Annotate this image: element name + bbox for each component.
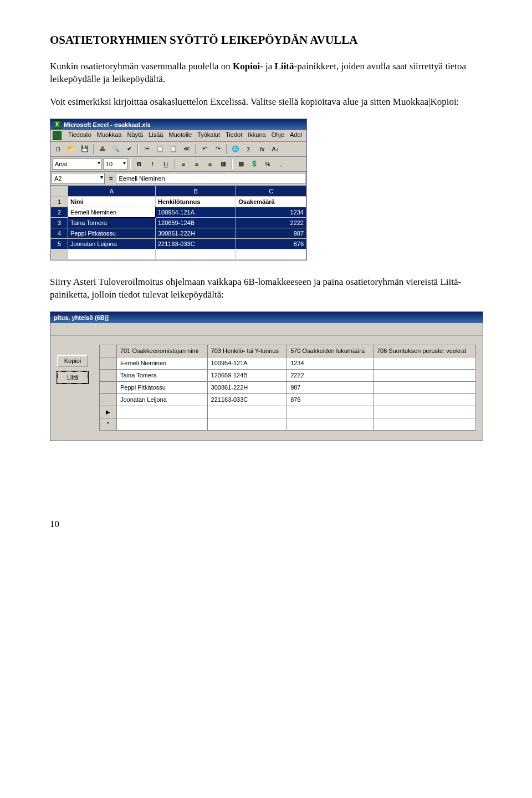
cell[interactable]: 876 [287,393,374,406]
cell[interactable] [207,418,287,430]
menu-ikkuna[interactable]: Ikkuna [248,131,265,140]
redo-icon[interactable]: ↷ [212,143,224,155]
row-header[interactable] [51,249,68,259]
align-left-icon[interactable]: ≡ [177,158,190,170]
sort-icon[interactable]: A↓ [269,143,282,155]
kopioi-button[interactable]: Kopioi [57,355,88,367]
hyperlink-icon[interactable]: 🌐 [229,143,242,155]
autosum-icon[interactable]: Σ [243,143,255,155]
table-row[interactable]: 4 Peppi Pitkätossu 300861-222H 987 [51,228,306,238]
cell[interactable]: Joonatan Leijona [68,238,156,249]
currency-icon[interactable]: 💲 [248,158,260,170]
row-header[interactable]: 4 [51,228,68,238]
cut-icon[interactable]: ✂ [141,143,153,155]
table-row[interactable]: Eemeli Nieminen 100954-121A 1234 [100,357,476,369]
cell[interactable]: 120659-124B [207,369,287,381]
cell[interactable]: 987 [287,381,374,393]
menu-muokkaa[interactable]: Muokkaa [97,131,122,140]
name-box[interactable]: A2 [52,173,105,184]
row-selector[interactable] [100,393,117,406]
cell[interactable] [373,369,475,381]
select-all-corner[interactable] [51,186,68,196]
table-row[interactable]: Peppi Pitkätossu 300861-222H 987 [100,381,476,393]
font-size-combo[interactable]: 10 [103,158,127,170]
menu-nayta[interactable]: Näytä [127,131,143,140]
cell[interactable]: 100954-121A [155,207,236,217]
table-row[interactable]: Taina Tomera 120659-124B 2222 [100,369,476,381]
italic-icon[interactable]: I [146,158,158,170]
align-right-icon[interactable]: ≡ [204,158,216,170]
cell[interactable]: 221163-033C [207,393,287,406]
row-header[interactable]: 5 [51,238,68,249]
row-header[interactable]: 3 [51,217,68,228]
cell[interactable]: Peppi Pitkätossu [68,228,156,238]
menu-tiedosto[interactable]: Tiedosto [68,131,91,140]
row-selector[interactable] [100,381,117,393]
paste-icon[interactable]: 📋 [167,143,180,155]
cell[interactable]: Henkilötunnus [155,196,236,207]
cell[interactable] [287,406,374,418]
cell[interactable]: Nimi [68,196,156,207]
preview-icon[interactable]: 🔍 [110,143,122,155]
print-icon[interactable]: 🖶 [96,143,109,155]
formula-input[interactable]: Eemeli Nieminen [116,173,305,184]
col-header[interactable]: 701 Osakkeenomistajan nimi [117,345,208,357]
align-center-icon[interactable]: ≡ [191,158,203,170]
cell[interactable]: Taina Tomera [68,217,156,228]
cell[interactable] [236,249,306,259]
row-selector[interactable] [100,357,117,369]
borders-icon[interactable]: ▦ [235,158,247,170]
table-row[interactable]: 3 Taina Tomera 120659-124B 2222 [51,217,306,228]
cell[interactable]: 987 [236,228,306,238]
table-row[interactable]: Joonatan Leijona 221163-033C 876 [100,393,476,406]
table-row[interactable]: 1 Nimi Henkilötunnus Osakemäärä [51,196,306,207]
underline-icon[interactable]: U [160,158,172,170]
cell[interactable]: 876 [236,238,306,249]
comma-icon[interactable]: , [275,158,287,170]
new-icon[interactable]: 🗋 [52,143,64,155]
undo-icon[interactable]: ↶ [198,143,211,155]
row-header[interactable]: 2 [51,207,68,217]
cell[interactable]: Joonatan Leijona [117,393,208,406]
cell[interactable]: Eemeli Nieminen [68,207,156,217]
table-row[interactable]: ▶ [100,406,476,418]
table-row[interactable] [51,249,306,259]
merge-icon[interactable]: ▦ [217,158,229,170]
row-selector-new-icon[interactable]: * [100,418,117,430]
cell[interactable] [287,418,374,430]
menu-lisaa[interactable]: Lisää [149,131,163,140]
liita-button[interactable]: Liitä [57,371,88,383]
col-header[interactable]: 706 Suorituksen peruste: vuokrat [373,345,475,357]
cell[interactable]: 300861-222H [207,381,287,393]
cell[interactable] [373,357,475,369]
cell[interactable] [373,418,475,430]
col-header[interactable]: 570 Osakkeiden lukumäärä [287,345,374,357]
row-selector-current-icon[interactable]: ▶ [100,406,117,418]
row-selector[interactable] [100,369,117,381]
cell[interactable]: 1234 [236,207,306,217]
cell[interactable]: 2222 [236,217,306,228]
col-header[interactable]: 703 Henkilö- tai Y-tunnus [207,345,287,357]
copy-icon[interactable]: 📋 [154,143,166,155]
cell[interactable]: 221163-033C [155,238,236,249]
cell[interactable] [373,381,475,393]
fx-icon[interactable]: fx [256,143,268,155]
font-name-combo[interactable]: Arial [52,158,102,170]
menu-tiedot[interactable]: Tiedot [226,131,242,140]
table-row[interactable]: 2 Eemeli Nieminen 100954-121A 1234 [51,207,306,217]
col-a-header[interactable]: A [68,186,156,196]
spellcheck-icon[interactable]: ✔ [123,143,135,155]
menu-tyokalut[interactable]: Työkalut [197,131,220,140]
col-b-header[interactable]: B [155,186,236,196]
cell[interactable] [155,249,236,259]
row-header[interactable]: 1 [51,196,68,207]
cell[interactable]: Osakemäärä [236,196,306,207]
asteri-grid[interactable]: 701 Osakkeenomistajan nimi 703 Henkilö- … [99,345,476,431]
bold-icon[interactable]: B [133,158,145,170]
cell[interactable] [373,393,475,406]
table-row[interactable]: * [100,418,476,430]
cell[interactable] [207,406,287,418]
cell[interactable]: Peppi Pitkätossu [117,381,208,393]
excel-grid[interactable]: A B C 1 Nimi Henkilötunnus Osakemäärä 2 … [50,186,306,260]
col-c-header[interactable]: C [236,186,306,196]
